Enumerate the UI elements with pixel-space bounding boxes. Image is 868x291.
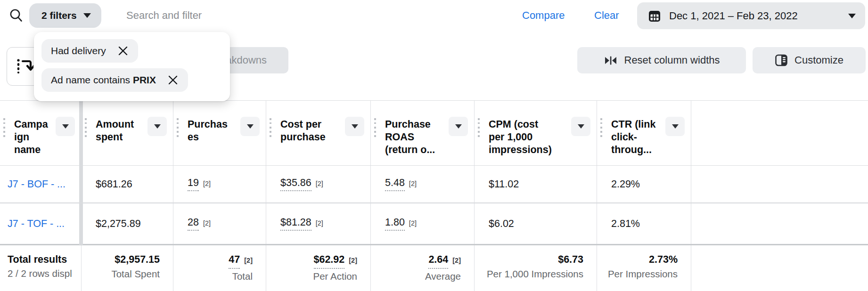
column-header-label: Cost per purchase	[280, 118, 338, 144]
column-header-label: Purchase ROAS (return o...	[385, 118, 447, 156]
reset-column-widths-button[interactable]: Reset column widths	[577, 47, 746, 73]
total-value: $2,957.15	[115, 252, 160, 267]
table-row: J7 - BOF - ... $681.26 19[2] $35.86[2] 5…	[0, 166, 868, 203]
column-header-purchase-roas[interactable]: Purchase ROAS (return o...	[371, 101, 475, 165]
ctr-cell: 2.29%	[597, 166, 691, 202]
total-value: $62.92	[314, 252, 345, 269]
amount-spent-cell: $681.26	[82, 166, 173, 202]
cpm-cell: $11.02	[475, 166, 597, 202]
totals-title: Total results	[8, 252, 81, 267]
column-drag-handle[interactable]	[600, 118, 602, 139]
campaign-table: Campaign name Amount spent Purchases Cos…	[0, 100, 868, 291]
column-header-campaign-name[interactable]: Campaign name	[0, 101, 82, 165]
total-value: $6.73	[558, 252, 583, 267]
filter-chip-label: Ad name contains PRIX	[51, 74, 156, 86]
compare-link[interactable]: Compare	[522, 9, 565, 22]
filters-count-dropdown[interactable]: 2 filters	[29, 3, 101, 28]
pinned-column-separator	[79, 100, 83, 245]
date-range-label: Dec 1, 2021 – Feb 23, 2022	[669, 10, 798, 22]
chevron-down-icon	[352, 124, 358, 129]
cell-value: 5.48	[385, 177, 405, 191]
customize-button[interactable]: Customize	[753, 47, 866, 73]
column-header-cost-per-purchase[interactable]: Cost per purchase	[266, 101, 371, 165]
clear-link[interactable]: Clear	[594, 9, 619, 22]
chevron-down-icon	[578, 124, 584, 129]
search-icon	[8, 8, 24, 23]
footnote-ref: [2]	[409, 219, 417, 227]
column-header-label: Amount spent	[96, 118, 153, 144]
calendar-icon	[647, 9, 662, 23]
cell-value: 1.80	[385, 217, 405, 231]
column-sort-button[interactable]	[240, 117, 260, 136]
totals-amount-spent-cell: $2,957.15 Total Spent	[82, 245, 173, 291]
remove-filter-icon[interactable]	[117, 45, 129, 57]
column-header-ctr[interactable]: CTR (link click-throug...	[597, 101, 691, 165]
filter-chip-ad-name-contains[interactable]: Ad name contains PRIX	[41, 68, 188, 92]
column-header-amount-spent[interactable]: Amount spent	[82, 101, 173, 165]
view-setup-icon	[15, 57, 33, 76]
column-header-label: CTR (link click-throug...	[611, 118, 661, 156]
column-sort-button[interactable]	[665, 117, 685, 136]
column-header-purchases[interactable]: Purchases	[173, 101, 266, 165]
cell-value: $11.02	[489, 178, 519, 190]
cell-value: $681.26	[96, 178, 132, 190]
column-drag-handle[interactable]	[3, 118, 5, 139]
total-label: Total	[173, 269, 253, 283]
chevron-down-icon	[62, 124, 69, 129]
footnote-ref: [2]	[452, 253, 461, 267]
column-header-label: CPM (cost per 1,000 impressions)	[489, 118, 551, 156]
total-value: 2.64	[428, 252, 448, 269]
cell-value: 19	[188, 177, 199, 191]
totals-title-cell: Total results 2 / 2 rows displ	[0, 245, 82, 291]
column-sort-button[interactable]	[571, 117, 590, 136]
cell-value: 28	[188, 217, 199, 231]
footnote-ref: [2]	[203, 180, 211, 187]
rows-displayed-count: 2 / 2 rows displ	[8, 267, 81, 281]
footnote-ref: [2]	[409, 180, 417, 187]
column-drag-handle[interactable]	[177, 118, 179, 139]
footnote-ref: [2]	[316, 180, 323, 187]
column-sort-button[interactable]	[449, 117, 468, 136]
ads-manager-table-view: Campaign name Amount spent Purchases Cos…	[0, 0, 868, 291]
column-header-label: Purchases	[188, 118, 228, 144]
column-drag-handle[interactable]	[85, 118, 87, 139]
footnote-ref: [2]	[203, 219, 211, 227]
total-label: Per Action	[266, 269, 357, 283]
search-input[interactable]	[126, 7, 390, 24]
column-drag-handle[interactable]	[374, 118, 376, 139]
column-sort-button[interactable]	[345, 117, 364, 136]
cpm-cell: $6.02	[475, 203, 597, 244]
column-header-label: Campaign name	[14, 118, 49, 156]
filter-chip-had-delivery[interactable]: Had delivery	[41, 39, 138, 63]
purchases-cell: 28[2]	[173, 203, 266, 244]
active-filters-panel: Had delivery Ad name contains PRIX	[34, 32, 230, 101]
date-range-picker[interactable]: Dec 1, 2021 – Feb 23, 2022	[637, 2, 865, 29]
campaign-link[interactable]: J7 - BOF - ...	[8, 178, 66, 190]
campaign-link[interactable]: J7 - TOF - ...	[8, 218, 65, 230]
column-sort-button[interactable]	[147, 117, 167, 136]
empty-cell	[691, 203, 868, 244]
chevron-down-icon	[247, 124, 254, 129]
cost-per-purchase-cell: $81.28[2]	[266, 203, 371, 244]
remove-filter-icon[interactable]	[167, 74, 179, 86]
table-row: J7 - TOF - ... $2,275.89 28[2] $81.28[2]…	[0, 203, 868, 244]
totals-purchases-cell: 47[2] Total	[173, 245, 266, 291]
total-label: Per Impressions	[597, 267, 678, 281]
cell-value: $2,275.89	[96, 218, 141, 230]
column-drag-handle[interactable]	[478, 118, 480, 139]
footnote-ref: [2]	[349, 253, 357, 267]
column-sort-button[interactable]	[56, 117, 75, 136]
purchase-roas-cell: 1.80[2]	[371, 203, 475, 244]
customize-icon	[775, 54, 788, 67]
totals-cost-per-purchase-cell: $62.92[2] Per Action	[266, 245, 371, 291]
column-header-cpm[interactable]: CPM (cost per 1,000 impressions)	[475, 101, 597, 165]
column-drag-handle[interactable]	[270, 118, 271, 139]
empty-column-header	[691, 101, 868, 165]
footnote-ref: [2]	[244, 253, 253, 267]
search-filter-bar: 2 filters Compare Clear Dec 1, 2021 – Fe…	[0, 0, 868, 30]
empty-cell	[691, 166, 868, 202]
reset-column-widths-icon	[604, 55, 618, 66]
cell-value: $81.28	[280, 217, 311, 231]
totals-row: Total results 2 / 2 rows displ $2,957.15…	[0, 244, 868, 291]
reset-column-widths-label: Reset column widths	[624, 54, 720, 66]
